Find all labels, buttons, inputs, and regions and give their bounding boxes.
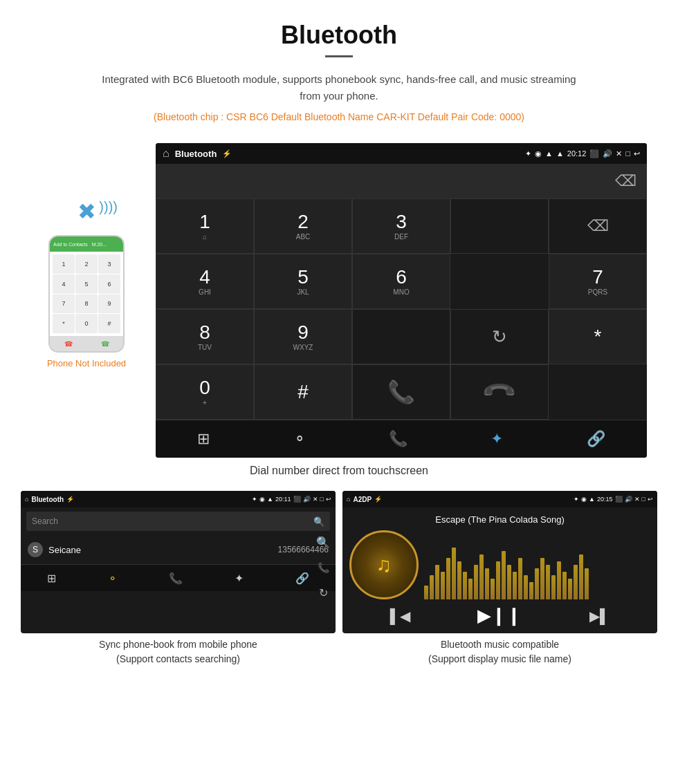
usb-icon: ⚡ xyxy=(222,149,232,158)
dial-key-2[interactable]: 2 ABC xyxy=(254,198,352,254)
music-controls: ▌◀ ▶❙❙ ▶▌ xyxy=(349,605,650,626)
pb-nav-link-icon[interactable]: 🔗 xyxy=(295,572,309,585)
phone-key-hash: # xyxy=(98,314,120,333)
pb-wifi-icon: ▲ xyxy=(267,496,273,503)
phone-mockup-left: ✖ )))) Add to Contacts M:20... 1 2 3 4 5… xyxy=(31,143,142,368)
pb-home-icon[interactable]: ⌂ xyxy=(25,496,28,503)
camera-icon: ⬛ xyxy=(589,149,599,158)
dial-key-4[interactable]: 4 GHI xyxy=(156,254,254,309)
android-dialpad-screen: ⌂ Bluetooth ⚡ ✦ ◉ ▲ ▲ 20:12 ⬛ 🔊 ✕ □ ↩ ⌫ xyxy=(156,143,647,458)
viz-bar xyxy=(513,572,517,599)
viz-bar xyxy=(446,558,450,599)
viz-bar xyxy=(424,586,428,599)
dial-key-3[interactable]: 3 DEF xyxy=(352,198,450,254)
viz-bar xyxy=(452,548,456,599)
dialpad-bottom-bar: ⊞ ⚬ 📞 ✦ 🔗 xyxy=(156,420,647,458)
pb-back-icon[interactable]: ↩ xyxy=(326,496,331,503)
call-button[interactable]: 📞 xyxy=(352,364,450,420)
phone-key-0: 0 xyxy=(75,314,98,333)
viz-bar xyxy=(479,554,484,599)
phone-key-9: 9 xyxy=(98,295,120,314)
dial-key-star[interactable]: * xyxy=(549,309,647,364)
pb-contact-row[interactable]: S Seicane 13566664466 xyxy=(21,535,336,565)
key-num-hash: # xyxy=(297,382,309,402)
pb-statusbar-right: ✦ ◉ ▲ 20:11 ⬛ 🔊 ✕ □ ↩ xyxy=(252,496,331,503)
viz-bar xyxy=(507,565,511,599)
key-num-3: 3 xyxy=(396,212,407,232)
backspace-button[interactable]: ⌫ xyxy=(615,172,636,190)
viz-bar xyxy=(551,575,556,599)
backspace-key[interactable]: ⌫ xyxy=(549,198,647,254)
music-location-icon: ◉ xyxy=(581,496,587,503)
dial-key-0[interactable]: 0 + xyxy=(156,364,254,420)
pb-search-right-icon[interactable]: 🔍 xyxy=(316,536,330,549)
dial-key-5[interactable]: 5 JKL xyxy=(254,254,352,309)
bottom-phone-icon[interactable]: 📞 xyxy=(389,430,407,448)
music-bt-icon: ✦ xyxy=(574,496,579,503)
bottom-link-icon[interactable]: 🔗 xyxy=(587,430,605,448)
music-caption: Bluetooth music compatible (Support disp… xyxy=(342,637,657,666)
dial-key-1[interactable]: 1 ⌂ xyxy=(156,198,254,254)
pb-nav-phone-icon[interactable]: 📞 xyxy=(169,572,183,585)
viz-bar xyxy=(557,561,561,599)
viz-bar xyxy=(535,568,539,599)
key-letters-4: GHI xyxy=(199,288,211,296)
key-num-9: 9 xyxy=(297,323,309,342)
pb-search-icon[interactable]: 🔍 xyxy=(313,516,324,527)
phone-top-bar: Add to Contacts M:20... xyxy=(50,236,123,252)
pb-nav-dialpad-icon[interactable]: ⊞ xyxy=(47,572,56,585)
dial-key-hash[interactable]: # xyxy=(254,364,352,420)
bottom-dialpad-icon[interactable]: ⊞ xyxy=(197,430,210,448)
pb-reload-right-icon[interactable]: ↻ xyxy=(319,586,328,599)
next-track-button[interactable]: ▶▌ xyxy=(589,608,610,624)
music-usb-icon: ⚡ xyxy=(374,496,382,503)
key-letters-1: ⌂ xyxy=(203,233,207,241)
end-call-icon: ☎ xyxy=(64,340,73,348)
play-pause-button[interactable]: ▶❙❙ xyxy=(477,605,522,626)
pb-search-bar[interactable]: Search 🔍 xyxy=(26,512,330,531)
dial-key-9[interactable]: 9 WXYZ xyxy=(254,309,352,364)
viz-bar xyxy=(474,565,478,599)
phone-key-8: 8 xyxy=(75,295,98,314)
pb-usb-icon: ⚡ xyxy=(66,496,74,503)
music-unit: ⌂ A2DP ⚡ ✦ ◉ ▲ 20:15 ⬛ 🔊 ✕ □ ↩ Es xyxy=(342,491,657,666)
music-content: Escape (The Pina Colada Song) ♫ ▌◀ ▶❙❙ ▶… xyxy=(342,507,657,633)
bottom-contacts-icon[interactable]: ⚬ xyxy=(293,430,306,448)
music-camera-icon: ⬛ xyxy=(615,496,623,503)
pb-call-right-icon[interactable]: 📞 xyxy=(318,562,329,573)
prev-track-button[interactable]: ▌◀ xyxy=(390,608,410,624)
music-home-icon[interactable]: ⌂ xyxy=(347,496,350,503)
key-num-2: 2 xyxy=(297,212,309,232)
end-call-button[interactable]: 📞 xyxy=(450,364,549,420)
signal-waves-icon: )))) xyxy=(99,200,118,214)
music-song-title: Escape (The Pina Colada Song) xyxy=(435,514,564,525)
pb-nav-contacts-icon[interactable]: ⚬ xyxy=(108,572,117,585)
pb-nav-bt-icon[interactable]: ✦ xyxy=(235,572,244,585)
dial-key-7[interactable]: 7 PQRS xyxy=(549,254,647,309)
home-icon[interactable]: ⌂ xyxy=(163,147,170,160)
phone-key-6: 6 xyxy=(98,274,120,294)
key-letters-7: PQRS xyxy=(588,288,607,296)
dial-key-6[interactable]: 6 MNO xyxy=(352,254,450,309)
phonebook-caption: Sync phone-book from mobile phone (Suppo… xyxy=(21,637,336,666)
viz-bar xyxy=(529,582,533,599)
red-call-icon: 📞 xyxy=(480,373,518,411)
music-back-icon[interactable]: ↩ xyxy=(648,496,653,503)
music-album-art: ♫ xyxy=(349,530,419,599)
window-icon: □ xyxy=(625,149,630,158)
key-letters-0: + xyxy=(203,399,207,407)
music-caption-line2: (Support display music file name) xyxy=(428,653,571,664)
key-letters-2: ABC xyxy=(296,233,311,241)
page-description: Integrated with BC6 Bluetooth module, su… xyxy=(97,71,581,104)
wifi-icon: ▲ xyxy=(545,149,553,158)
viz-bar xyxy=(435,565,439,599)
back-icon[interactable]: ↩ xyxy=(634,149,640,158)
bluetooth-icon-area: ✖ )))) xyxy=(59,198,114,225)
pb-location-icon: ◉ xyxy=(259,496,265,503)
viz-bar xyxy=(546,565,550,599)
backspace-icon: ⌫ xyxy=(587,217,609,235)
bottom-bluetooth-icon[interactable]: ✦ xyxy=(491,430,503,448)
reload-key[interactable]: ↻ xyxy=(450,309,549,364)
dial-key-8[interactable]: 8 TUV xyxy=(156,309,254,364)
green-call-icon: 📞 xyxy=(387,379,415,405)
